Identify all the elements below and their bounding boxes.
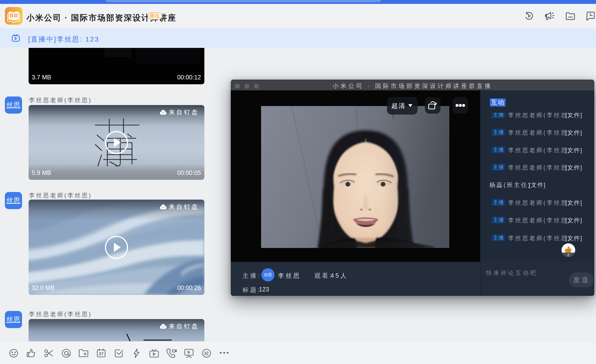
svg-text:27: 27 [99,352,104,356]
svg-text:校: 校 [204,351,209,356]
